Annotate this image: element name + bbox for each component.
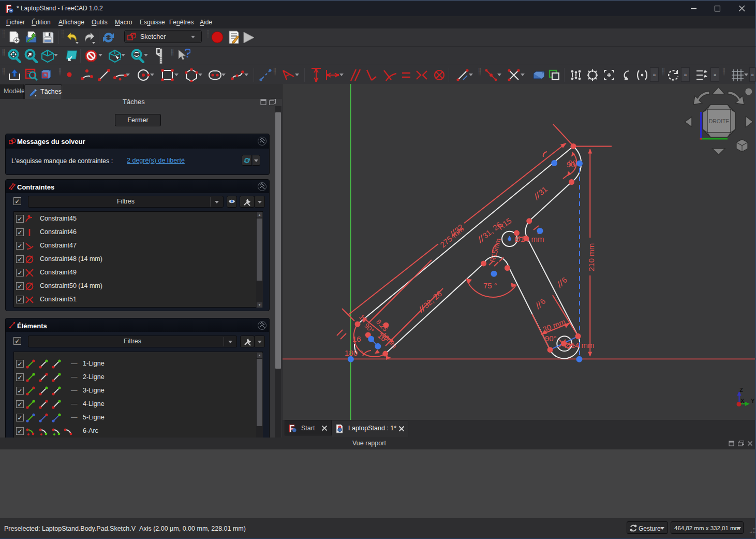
svg-text:Y: Y [751, 398, 755, 404]
svg-text:210 mm: 210 mm [587, 243, 596, 271]
svg-text:Ø14 mm: Ø14 mm [514, 235, 544, 243]
svg-text:90: 90 [568, 158, 577, 167]
svg-text:180 °: 180 ° [345, 348, 363, 357]
svg-text:90°: 90° [545, 334, 557, 343]
svg-text:16: 16 [352, 334, 361, 343]
svg-text:X: X [740, 398, 745, 404]
svg-text:Z: Z [739, 387, 743, 393]
svg-text:DROITE: DROITE [709, 118, 730, 124]
svg-text:75 °: 75 ° [483, 281, 497, 290]
svg-text:30 mm: 30 mm [541, 317, 567, 333]
svg-text:8.25: 8.25 [375, 318, 389, 333]
svg-text:90°: 90° [363, 322, 375, 334]
svg-text:Ø14 mm: Ø14 mm [565, 341, 595, 349]
svg-text:32, 26: 32, 26 [421, 289, 443, 310]
svg-text:R15mm: R15mm [488, 238, 502, 264]
